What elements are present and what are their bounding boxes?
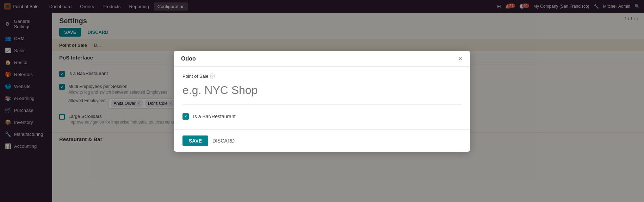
- modal-bar-restaurant-checkbox[interactable]: [182, 113, 189, 120]
- modal-bar-restaurant-row: Is a Bar/Restaurant: [182, 111, 462, 122]
- modal-body: Point of Sale ? Is a Bar/Restaurant: [174, 67, 470, 130]
- modal-close-button[interactable]: ✕: [458, 56, 463, 62]
- modal-bar-restaurant-label: Is a Bar/Restaurant: [193, 114, 236, 119]
- modal-title: Odoo: [181, 56, 196, 62]
- modal-save-button[interactable]: SAVE: [182, 135, 208, 146]
- modal-overlay[interactable]: Odoo ✕ Point of Sale ? Is a Bar/Restaura…: [0, 0, 644, 202]
- modal-dialog: Odoo ✕ Point of Sale ? Is a Bar/Restaura…: [174, 51, 470, 152]
- modal-footer: SAVE DISCARD: [174, 130, 470, 152]
- modal-field-label-row: Point of Sale ?: [182, 74, 462, 79]
- modal-header: Odoo ✕: [174, 51, 470, 67]
- modal-help-icon[interactable]: ?: [210, 74, 215, 78]
- modal-pos-label: Point of Sale: [182, 74, 209, 79]
- modal-discard-button[interactable]: DISCARD: [212, 138, 235, 144]
- modal-divider: [182, 105, 462, 105]
- modal-pos-name-input[interactable]: [182, 82, 462, 99]
